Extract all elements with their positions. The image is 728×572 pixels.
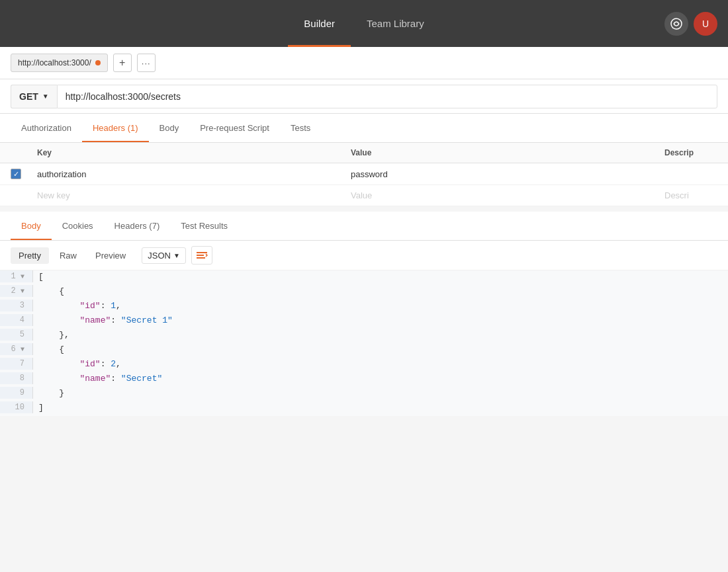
code-line: 5 }, (0, 329, 728, 343)
line-content: "id": 2, (33, 358, 126, 370)
line-number: 2 ▼ (0, 285, 33, 297)
line-number: 3 (0, 300, 33, 311)
response-tab-headers[interactable]: Headers (7) (104, 212, 171, 240)
line-number: 9 (0, 387, 33, 399)
chevron-down-icon: ▼ (42, 93, 49, 100)
line-number: 10 (0, 401, 33, 413)
line-number: 4 (0, 314, 33, 326)
sync-icon-btn[interactable] (664, 12, 688, 36)
more-tabs-btn[interactable]: ··· (137, 54, 156, 72)
row-key[interactable]: authorization (37, 169, 351, 179)
key-col-header: Key (37, 148, 351, 157)
line-content: }, (33, 329, 75, 341)
code-line: 2 ▼ { (0, 285, 728, 300)
check-col-header (11, 148, 37, 157)
value-col-header: Value (351, 148, 664, 157)
method-select[interactable]: GET ▼ (11, 85, 57, 108)
svg-point-0 (671, 19, 682, 29)
line-content: { (33, 285, 69, 298)
code-line: 10 ] (0, 401, 728, 416)
headers-table-header: Key Value Descrip (0, 143, 728, 163)
response-tab-cookies[interactable]: Cookies (52, 212, 104, 240)
code-line: 6 ▼ { (0, 343, 728, 358)
nav-right: U (664, 12, 717, 36)
desc-col-header: Descrip (664, 148, 717, 157)
top-nav: Builder Team Library U (0, 0, 728, 47)
code-line: 4 "name": "Secret 1" (0, 314, 728, 329)
line-content: "name": "Secret 1" (33, 314, 178, 327)
add-tab-btn[interactable]: + (113, 54, 132, 72)
request-subtabs: Authorization Headers (1) Body Pre-reque… (0, 114, 728, 143)
tab-team-library[interactable]: Team Library (351, 0, 440, 47)
response-tab-body[interactable]: Body (11, 212, 52, 240)
code-line: 1 ▼ [ (0, 270, 728, 285)
request-builder: GET ▼ (0, 79, 728, 114)
placeholder-value[interactable]: Value (351, 190, 664, 200)
avatar[interactable]: U (694, 12, 717, 36)
line-content: "name": "Secret" (33, 372, 167, 385)
placeholder-desc[interactable]: Descri (664, 190, 717, 200)
line-number: 6 ▼ (0, 343, 33, 355)
code-line: 9 } (0, 387, 728, 401)
tab-tests[interactable]: Tests (280, 114, 321, 142)
code-line: 8 "name": "Secret" (0, 372, 728, 387)
tab-builder[interactable]: Builder (288, 0, 351, 47)
code-line: 3 "id": 1, (0, 300, 728, 314)
url-tab[interactable]: http://localhost:3000/ (11, 54, 108, 72)
line-content: ] (33, 401, 49, 414)
request-tabs-bar: http://localhost:3000/ + ··· (0, 47, 728, 79)
response-section: Body Cookies Headers (7) Test Results Pr… (0, 212, 728, 416)
line-content: { (33, 343, 69, 356)
response-tab-test-results[interactable]: Test Results (170, 212, 238, 240)
nav-tabs: Builder Team Library (288, 0, 439, 47)
url-input[interactable] (57, 85, 717, 108)
format-select[interactable]: JSON ▼ (142, 247, 186, 264)
pretty-btn[interactable]: Pretty (11, 247, 49, 264)
unsaved-dot (95, 60, 101, 65)
line-content: [ (33, 270, 49, 283)
row-value[interactable]: password (351, 169, 664, 179)
response-tabs-bar: Body Cookies Headers (7) Test Results (0, 212, 728, 241)
row-checkbox[interactable] (11, 169, 21, 179)
line-content: "id": 1, (33, 300, 126, 312)
request-subtabs-row: Authorization Headers (1) Body Pre-reque… (11, 114, 717, 142)
line-number: 7 (0, 358, 33, 370)
tab-body[interactable]: Body (149, 114, 190, 142)
line-number: 1 ▼ (0, 270, 33, 282)
placeholder-key[interactable]: New key (37, 190, 351, 200)
tab-pre-request-script[interactable]: Pre-request Script (189, 114, 280, 142)
tab-headers[interactable]: Headers (1) (82, 114, 149, 142)
code-area: 1 ▼ [ 2 ▼ { 3 "id": 1, 4 "name": "Secret… (0, 270, 728, 416)
table-row: authorization password (0, 163, 728, 185)
line-number: 8 (0, 372, 33, 384)
raw-btn[interactable]: Raw (52, 247, 85, 264)
line-content: } (33, 387, 69, 399)
table-placeholder-row: New key Value Descri (0, 185, 728, 206)
chevron-down-icon: ▼ (173, 252, 180, 259)
sync-icon (670, 17, 683, 30)
line-number: 5 (0, 329, 33, 341)
wrap-icon (196, 251, 208, 260)
wrap-btn[interactable] (191, 246, 212, 265)
tab-authorization[interactable]: Authorization (11, 114, 82, 142)
code-line: 7 "id": 2, (0, 358, 728, 372)
headers-table: Key Value Descrip authorization password… (0, 143, 728, 206)
row-checkbox-col (11, 169, 37, 179)
body-toolbar: Pretty Raw Preview JSON ▼ (0, 241, 728, 270)
preview-btn[interactable]: Preview (87, 247, 134, 264)
